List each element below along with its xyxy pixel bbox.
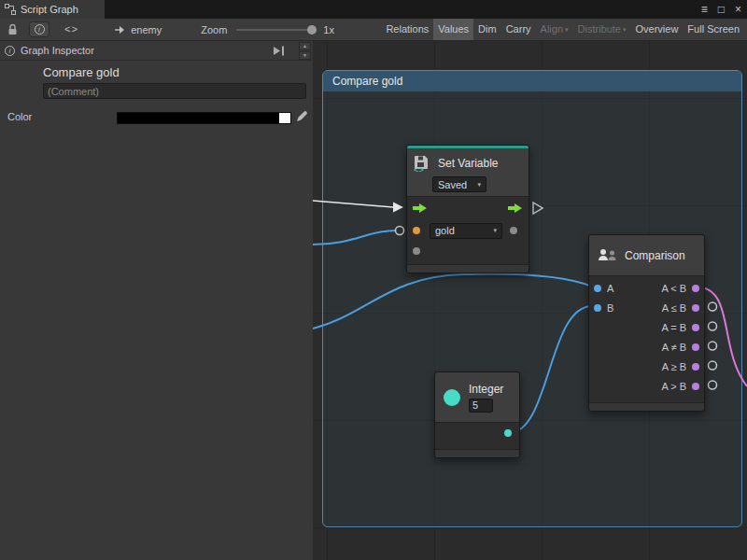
scroll-down-icon[interactable]: ▼ (299, 51, 311, 60)
distribute-button[interactable]: Distribute▾ (573, 19, 631, 40)
inspector-toggle-button[interactable]: i (29, 21, 49, 37)
comment-input[interactable] (43, 83, 306, 99)
node-title: Comparison (625, 249, 685, 262)
fullscreen-button[interactable]: Full Screen (683, 19, 744, 40)
info-icon: i (35, 24, 45, 35)
graph-inspector-panel: i Graph Inspector ▲ ▼ Compare gold Color (0, 41, 313, 560)
output-port-greater[interactable] (692, 383, 699, 390)
node-footer (589, 402, 704, 411)
comparison-row: A ≥ B (589, 357, 704, 376)
graph-canvas[interactable]: Compare gold (313, 41, 747, 560)
relations-button[interactable]: Relations (381, 19, 433, 40)
align-button[interactable]: Align▾ (536, 19, 573, 40)
script-graph-icon (5, 4, 16, 15)
close-icon[interactable]: × (735, 3, 741, 16)
output-label-greater-equal: A ≥ B (662, 361, 686, 372)
comparison-row: A > B (589, 376, 704, 396)
variable-input-port[interactable] (413, 227, 420, 234)
flow-input-arrow-icon[interactable] (413, 203, 428, 214)
output-label-not-equal: A ≠ B (662, 342, 686, 353)
code-icon[interactable]: <> (64, 24, 78, 35)
comparison-row: B A ≤ B (589, 298, 704, 317)
node-footer (435, 449, 519, 457)
graph-inspector-title: Graph Inspector (21, 45, 94, 56)
output-label-equal: A = B (661, 322, 686, 333)
output-label-less: A < B (661, 283, 686, 294)
chevron-down-icon: ▾ (623, 26, 627, 33)
output-port-equal[interactable] (692, 324, 699, 331)
maximize-icon[interactable]: □ (718, 3, 725, 16)
graph-name-label: enemy (131, 24, 162, 35)
graph-inspector-header: i Graph Inspector ▲ ▼ (0, 41, 313, 61)
output-port-less-equal[interactable] (692, 304, 699, 312)
output-label-greater: A > B (661, 381, 686, 392)
node-title: Set Variable (438, 157, 498, 170)
chevron-down-icon: ▾ (488, 227, 497, 234)
comparison-row: A = B (589, 317, 704, 337)
input-label-b: B (607, 302, 613, 314)
output-label-less-equal: A ≤ B (662, 302, 686, 314)
flow-output-arrow-icon[interactable] (508, 203, 523, 214)
graph-toolbar: i <> enemy Zoom 1x Relations Values Dim … (0, 19, 747, 41)
overview-button[interactable]: Overview (631, 19, 684, 40)
comparison-row: A ≠ B (589, 337, 704, 357)
dock-panel-icon[interactable] (273, 46, 285, 56)
window-menu-icon[interactable]: ≡ (701, 3, 708, 16)
lock-icon[interactable] (7, 23, 19, 36)
panel-spinner: ▲ ▼ (299, 42, 311, 60)
zoom-slider-knob[interactable] (307, 25, 317, 35)
svg-text:<>: <> (414, 166, 424, 174)
info-icon: i (5, 46, 15, 56)
script-graph-tab[interactable]: Script Graph (0, 0, 105, 19)
node-comparison[interactable]: Comparison A A < B B A ≤ B (588, 234, 705, 412)
node-title: Integer (469, 383, 503, 396)
value-output-port[interactable] (510, 227, 517, 234)
input-port-b[interactable] (594, 304, 601, 312)
group-title: Compare gold (332, 75, 402, 88)
chevron-down-icon: ▾ (565, 26, 569, 33)
save-variable-icon: <> (413, 154, 431, 173)
node-footer (407, 264, 529, 273)
output-port-less[interactable] (692, 285, 699, 292)
dim-button[interactable]: Dim (473, 19, 501, 40)
graph-title: Compare gold (43, 65, 120, 79)
comparison-icon (597, 247, 617, 264)
output-port-greater-equal[interactable] (692, 363, 699, 371)
eyedropper-icon[interactable] (296, 110, 308, 122)
node-integer[interactable]: Integer (434, 371, 520, 458)
zoom-slider-track[interactable] (236, 29, 317, 31)
input-label-a: A (607, 283, 613, 294)
scroll-up-icon[interactable]: ▲ (299, 42, 311, 50)
chevron-down-icon: ▾ (472, 181, 481, 189)
zoom-label: Zoom (201, 24, 227, 35)
zoom-value: 1x (323, 24, 334, 35)
integer-icon (444, 389, 460, 406)
window-title: Script Graph (21, 4, 78, 15)
values-button[interactable]: Values (433, 19, 473, 40)
variable-kind-dropdown[interactable]: Saved ▾ (432, 176, 486, 192)
window-titlebar: Script Graph ≡ □ × (0, 0, 747, 19)
variable-name-dropdown[interactable]: gold ▾ (430, 223, 502, 239)
color-alpha-indicator (279, 113, 290, 123)
fallback-input-port[interactable] (413, 247, 420, 255)
input-port-a[interactable] (594, 285, 601, 292)
comparison-row: A A < B (589, 278, 704, 298)
carry-button[interactable]: Carry (501, 19, 536, 40)
node-set-variable[interactable]: <> Set Variable Saved ▾ gold ▾ (406, 145, 529, 273)
color-label: Color (7, 111, 32, 122)
integer-value-input[interactable] (469, 399, 493, 413)
graph-asset-reference[interactable]: enemy (114, 24, 162, 35)
zoom-slider[interactable] (236, 23, 317, 36)
group-header[interactable]: Compare gold (323, 71, 741, 91)
integer-output-port[interactable] (504, 429, 512, 437)
output-port-not-equal[interactable] (692, 343, 699, 351)
color-swatch[interactable] (117, 112, 291, 124)
graph-arrow-icon (114, 25, 125, 35)
